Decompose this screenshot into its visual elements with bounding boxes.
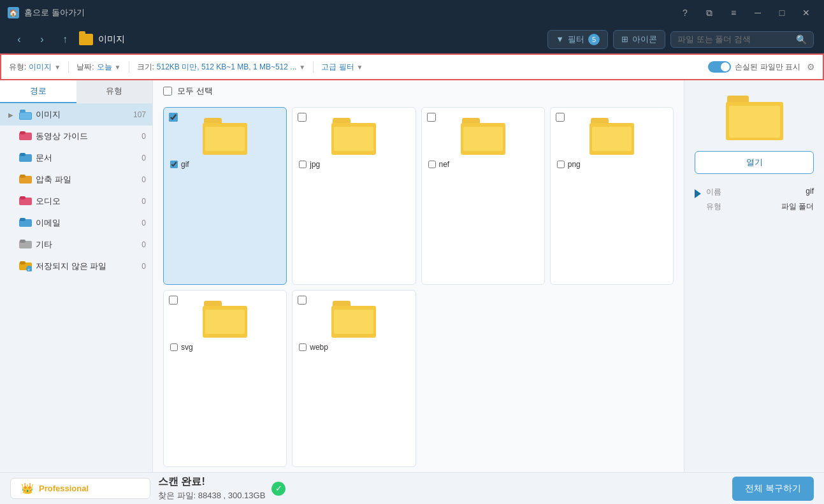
sidebar-item-images[interactable]: ▶ 이미지 107 [0, 104, 152, 126]
tab-path[interactable]: 경로 [0, 80, 76, 103]
detail-row-name: 이름 gif [706, 187, 814, 198]
file-inline-checkbox-webp[interactable] [299, 343, 307, 351]
file-card-gif[interactable]: gif [163, 107, 287, 285]
other-count: 0 [133, 240, 146, 249]
type-label: 유형 [706, 201, 721, 212]
minimize-button[interactable]: ─ [748, 3, 768, 23]
nav-right: ▼ 필터 5 ⊞ 아이콘 🔍 [547, 30, 814, 49]
file-inline-checkbox-jpg[interactable] [299, 161, 307, 168]
compress-label: 압축 파일 [36, 174, 129, 185]
file-checkbox-gif[interactable] [169, 113, 178, 122]
date-filter-chip[interactable]: 날짜: 오늘 ▼ [76, 62, 120, 73]
detail-arrow-icon [695, 189, 701, 198]
images-label: 이미지 [36, 109, 129, 120]
forward-button[interactable]: › [33, 31, 51, 48]
search-input[interactable] [677, 34, 792, 44]
size-filter-value: 512KB 미만, 512 KB~1 MB, 1 MB~512 ... [157, 62, 296, 73]
type-filter-chip[interactable]: 유형: 이미지 ▼ [9, 62, 61, 73]
size-filter-chip[interactable]: 크기: 512KB 미만, 512 KB~1 MB, 1 MB~512 ... … [137, 62, 306, 73]
recover-all-button[interactable]: 전체 복구하기 [732, 477, 814, 501]
video-count: 0 [133, 132, 146, 141]
file-inline-checkbox-svg[interactable] [170, 343, 178, 351]
select-all-bar: 모두 선택 [153, 80, 684, 102]
professional-badge[interactable]: 👑 Professional [10, 478, 150, 499]
email-label: 이메일 [36, 217, 129, 229]
crown-icon: 👑 [21, 482, 34, 494]
restore-button[interactable]: ⧉ [699, 3, 719, 23]
menu-button[interactable]: ≡ [723, 3, 744, 23]
grid-icon: ⊞ [621, 34, 628, 44]
other-label: 기타 [36, 239, 129, 250]
filter-icon: ▼ [556, 34, 564, 44]
sidebar-item-compress[interactable]: 압축 파일 0 [0, 169, 152, 191]
icon-view-button[interactable]: ⊞ 아이콘 [613, 30, 665, 49]
unsaved-label: 저장되지 않은 파일 [36, 261, 129, 272]
help-button[interactable]: ? [675, 3, 695, 23]
svg-rect-6 [20, 153, 25, 156]
doc-icon [19, 152, 32, 164]
close-button[interactable]: ✕ [796, 3, 816, 23]
compress-icon [19, 173, 32, 186]
file-card-svg[interactable]: svg [163, 290, 287, 468]
file-card-nef[interactable]: nef [421, 107, 545, 285]
up-button[interactable]: ↑ [56, 31, 74, 48]
app-title: 홈으로 돌아가기 [24, 7, 85, 18]
expand-icon-other [6, 240, 15, 249]
svg-rect-1 [20, 110, 25, 113]
toggle-text: 손실된 파일만 표시 [735, 62, 800, 73]
filter-divider-1 [68, 61, 69, 73]
window-controls: ? ⧉ ≡ ─ □ ✕ [675, 3, 816, 23]
file-inline-checkbox-gif[interactable] [170, 161, 178, 168]
sidebar-item-email[interactable]: 이메일 0 [0, 212, 152, 234]
sidebar-item-doc[interactable]: 문서 0 [0, 147, 152, 169]
file-checkbox-jpg[interactable] [298, 113, 307, 122]
filter-button[interactable]: ▼ 필터 5 [547, 30, 608, 49]
svg-text:+: + [27, 268, 30, 272]
doc-count: 0 [133, 154, 146, 162]
file-inline-checkbox-png[interactable] [557, 161, 565, 168]
name-value: gif [806, 187, 814, 198]
size-filter-arrow: ▼ [299, 64, 305, 71]
sidebar-item-unsaved[interactable]: + 저장되지 않은 파일 0 [0, 256, 152, 277]
detail-row-type: 유형 파일 폴더 [706, 201, 814, 212]
sidebar-tabs: 경로 유형 [0, 80, 152, 104]
file-label-gif: gif [170, 160, 280, 169]
select-all-checkbox[interactable] [163, 87, 172, 96]
file-label-png: png [557, 160, 667, 169]
professional-label: Professional [39, 484, 89, 493]
compress-count: 0 [133, 175, 146, 184]
file-card-webp[interactable]: webp [292, 290, 416, 468]
nav-path-title: 이미지 [98, 34, 542, 45]
lost-files-toggle[interactable] [708, 61, 731, 73]
advanced-filter-chip[interactable]: 고급 필터 ▼ [321, 62, 363, 73]
email-count: 0 [133, 219, 146, 227]
file-grid: gif jpg [153, 102, 684, 472]
content-area: 모두 선택 gif [153, 80, 684, 472]
unsaved-count: 0 [133, 262, 146, 271]
file-card-png[interactable]: png [550, 107, 674, 285]
file-checkbox-svg[interactable] [169, 296, 178, 305]
advanced-filter-label: 고급 필터 [321, 62, 354, 73]
sidebar-item-other[interactable]: 기타 0 [0, 234, 152, 256]
file-checkbox-nef[interactable] [427, 113, 436, 122]
type-filter-arrow: ▼ [54, 64, 61, 71]
open-button[interactable]: 열기 [695, 151, 814, 174]
video-icon [19, 130, 32, 143]
maximize-button[interactable]: □ [772, 3, 792, 23]
file-checkbox-png[interactable] [556, 113, 565, 122]
back-button[interactable]: ‹ [10, 31, 28, 48]
file-card-jpg[interactable]: jpg [292, 107, 416, 285]
icon-view-label: 아이콘 [632, 34, 657, 45]
svg-rect-12 [20, 218, 25, 221]
expand-icon-doc [6, 154, 15, 162]
sidebar-item-audio[interactable]: 오디오 0 [0, 191, 152, 212]
search-icon[interactable]: 🔍 [796, 34, 807, 45]
scan-complete-title: 스캔 완료! [158, 475, 265, 489]
file-inline-checkbox-nef[interactable] [428, 161, 436, 168]
tab-type[interactable]: 유형 [76, 80, 153, 103]
filter-settings-icon[interactable]: ⚙ [807, 62, 815, 72]
expand-icon-email [6, 219, 15, 227]
file-checkbox-webp[interactable] [298, 296, 307, 305]
sidebar-item-video[interactable]: 동영상 가이드 0 [0, 126, 152, 147]
svg-rect-14 [20, 240, 25, 243]
